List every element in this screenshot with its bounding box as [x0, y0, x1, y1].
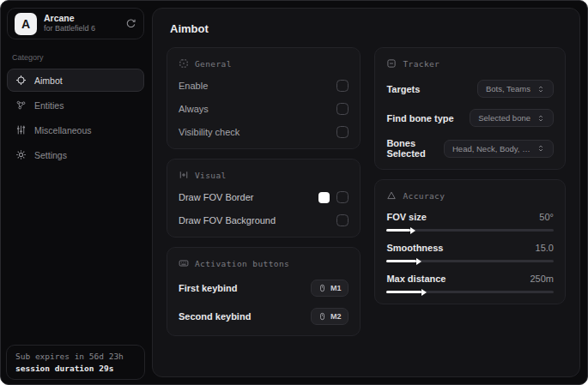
max-distance-slider[interactable] — [386, 291, 554, 293]
sidebar-item-entities[interactable]: Entities — [7, 93, 144, 117]
general-card: General Enable Always Visibility check — [167, 47, 361, 149]
category-label: Category — [12, 53, 139, 62]
sidebar-item-label: Entities — [34, 100, 64, 111]
dropdown-value: Bots, Teams — [486, 84, 530, 93]
slider-fill[interactable] — [386, 229, 409, 232]
page-title: Aimbot — [170, 22, 566, 35]
mouse-icon — [318, 283, 326, 293]
card-title: Activation buttons — [195, 259, 289, 268]
keyboard-icon — [179, 258, 189, 268]
sidebar-item-aimbot[interactable]: Aimbot — [7, 69, 144, 92]
first-keybind-button[interactable]: M1 — [311, 280, 349, 297]
visual-card: Visual Draw FOV Border Draw FOV Backgrou… — [167, 159, 361, 238]
app-subtitle: for Battlefield 6 — [44, 24, 95, 33]
brand-text: Arcane for Battlefield 6 — [44, 13, 95, 33]
keybind-value: M1 — [330, 284, 342, 292]
app-window: A Arcane for Battlefield 6 Category Aimb… — [0, 0, 588, 385]
setting-label: Always — [179, 104, 209, 114]
fov-size-slider-group: FOV size 50° — [386, 212, 554, 232]
setting-label: Visibility check — [179, 127, 239, 137]
sidebar-nav: Aimbot Entities Miscella — [7, 69, 144, 166]
sidebar-item-miscellaneous[interactable]: Miscellaneous — [7, 118, 144, 141]
keybind-label: First keybind — [179, 283, 237, 293]
brand-card: A Arcane for Battlefield 6 — [7, 8, 144, 39]
dropdown-row: Find bone type Selected bone — [386, 109, 554, 127]
slider-value: 50° — [539, 212, 554, 222]
setting-row: Visibility check — [179, 126, 349, 138]
setting-row: Enable — [179, 80, 349, 92]
subscription-status: Sub expires in 56d 23h session duration … — [6, 345, 145, 380]
slider-fill[interactable] — [386, 260, 416, 262]
accuracy-card: Accuracy FOV size 50° Smoothness — [374, 179, 566, 304]
dropdown-value: Selected bone — [478, 113, 530, 123]
unfold-icon — [536, 85, 545, 93]
visual-card-header: Visual — [179, 170, 349, 180]
setting-label: Enable — [179, 81, 208, 91]
slider-value: 250m — [530, 274, 554, 284]
sidebar-item-label: Miscellaneous — [34, 125, 92, 135]
unfold-icon — [536, 114, 545, 123]
sync-icon[interactable] — [125, 18, 136, 29]
app-logo: A — [15, 13, 37, 35]
second-keybind-button[interactable]: M2 — [311, 308, 349, 325]
smoothness-slider[interactable] — [386, 260, 554, 262]
left-column: General Enable Always Visibility check — [167, 47, 361, 336]
sub-expiry-text: Sub expires in 56d 23h — [15, 352, 136, 361]
find-bone-type-dropdown[interactable]: Selected bone — [470, 109, 554, 127]
card-title: Accuracy — [403, 191, 445, 201]
dropdown-value: Head, Neck, Body, Pe.. — [452, 144, 530, 153]
smoothness-slider-group: Smoothness 15.0 — [386, 243, 554, 262]
activation-card: Activation buttons First keybind M1 — [167, 247, 361, 336]
dropdown-row: Bones Selected Head, Neck, Body, Pe.. — [386, 138, 554, 159]
session-duration-text: session duration 29s — [15, 364, 136, 373]
targets-dropdown[interactable]: Bots, Teams — [477, 80, 554, 98]
entities-icon — [15, 99, 27, 111]
draw-fov-background-checkbox[interactable] — [336, 214, 349, 226]
general-card-header: General — [179, 58, 349, 69]
enable-checkbox[interactable] — [336, 80, 349, 92]
bones-selected-dropdown[interactable]: Head, Neck, Body, Pe.. — [444, 140, 554, 158]
scan-icon — [386, 58, 397, 69]
sliders-icon — [15, 124, 27, 135]
activation-card-header: Activation buttons — [179, 258, 349, 268]
main-panel: Aimbot General Enable — [152, 8, 580, 377]
accuracy-card-header: Accuracy — [386, 190, 554, 201]
setting-row: Draw FOV Background — [179, 214, 349, 226]
keybind-row: First keybind M1 — [179, 280, 349, 297]
draw-fov-border-checkbox[interactable] — [336, 191, 349, 203]
card-title: Visual — [195, 171, 227, 180]
setting-row: Draw FOV Border — [179, 191, 349, 203]
dropdown-label: Find bone type — [386, 113, 453, 123]
card-title: Tracker — [403, 59, 439, 69]
dropdown-label: Targets — [386, 84, 420, 94]
slider-label: FOV size — [386, 212, 426, 222]
slider-value: 15.0 — [536, 243, 554, 253]
sidebar-item-label: Settings — [34, 150, 67, 160]
slider-label: Smoothness — [386, 243, 443, 253]
fov-border-color-swatch[interactable] — [318, 192, 330, 203]
slider-label: Max distance — [386, 274, 446, 284]
app-name: Arcane — [44, 13, 95, 24]
mouse-icon — [318, 311, 326, 322]
unfold-icon — [536, 144, 545, 153]
dropdown-row: Targets Bots, Teams — [386, 80, 554, 98]
keybind-row: Second keybind M2 — [179, 308, 349, 325]
grid-icon — [179, 58, 189, 69]
dropdown-label: Bones Selected — [386, 138, 444, 159]
tracker-card: Tracker Targets Bots, Teams — [374, 47, 566, 170]
keybind-value: M2 — [330, 312, 342, 321]
setting-label: Draw FOV Border — [179, 192, 253, 202]
sidebar-item-settings[interactable]: Settings — [7, 143, 144, 166]
setting-label: Draw FOV Background — [179, 215, 276, 226]
visibility-check-checkbox[interactable] — [336, 126, 349, 138]
setting-row: Always — [179, 103, 349, 115]
always-checkbox[interactable] — [336, 103, 349, 115]
right-column: Tracker Targets Bots, Teams — [374, 47, 566, 304]
keybind-label: Second keybind — [179, 311, 251, 322]
slider-fill[interactable] — [386, 291, 421, 293]
tracker-card-header: Tracker — [386, 58, 554, 69]
sidebar: A Arcane for Battlefield 6 Category Aimb… — [1, 1, 150, 384]
fov-size-slider[interactable] — [386, 229, 554, 232]
max-distance-slider-group: Max distance 250m — [386, 274, 554, 293]
sidebar-item-label: Aimbot — [34, 75, 63, 86]
